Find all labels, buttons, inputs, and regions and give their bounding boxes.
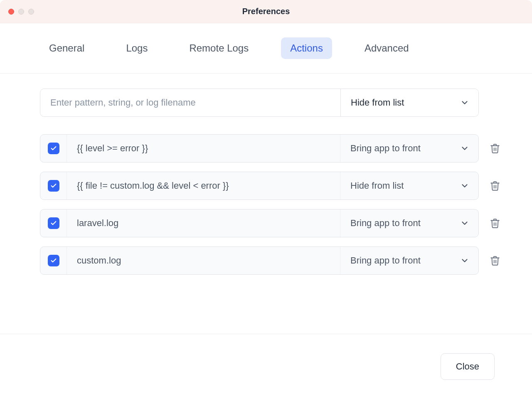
new-rule-row: Hide from list xyxy=(40,89,479,117)
rule-enabled-checkbox[interactable] xyxy=(48,180,59,192)
tab-logs[interactable]: Logs xyxy=(117,37,157,59)
rule-pattern[interactable]: custom.log xyxy=(67,247,340,274)
chevron-down-icon xyxy=(460,181,469,190)
delete-rule-button[interactable] xyxy=(490,218,500,229)
rule-pattern[interactable]: {{ level >= error }} xyxy=(67,135,340,162)
window-title: Preferences xyxy=(0,7,532,16)
rule-action-select[interactable]: Bring app to front xyxy=(340,135,478,162)
trash-icon xyxy=(490,143,500,154)
rule-line: {{ level >= error }}Bring app to front xyxy=(40,134,500,163)
rule-row: laravel.logBring app to front xyxy=(40,209,479,237)
delete-rule-button[interactable] xyxy=(490,255,500,266)
rule-line: laravel.logBring app to front xyxy=(40,209,500,237)
delete-rule-button[interactable] xyxy=(490,143,500,154)
rule-enabled-cell xyxy=(40,247,67,274)
rule-action-label: Bring app to front xyxy=(350,218,421,229)
rule-action-select[interactable]: Bring app to front xyxy=(340,247,478,274)
rule-enabled-cell xyxy=(40,135,67,162)
window-close-button[interactable] xyxy=(8,9,14,15)
check-icon xyxy=(50,257,57,264)
trash-icon xyxy=(490,218,500,229)
chevron-down-icon xyxy=(460,144,469,153)
preferences-window: Preferences GeneralLogsRemote LogsAction… xyxy=(0,0,532,399)
actions-panel: Hide from list {{ level >= error }}Bring… xyxy=(0,74,532,334)
trash-icon xyxy=(490,255,500,266)
tab-remote-logs[interactable]: Remote Logs xyxy=(180,37,258,59)
tabs-bar: GeneralLogsRemote LogsActionsAdvanced xyxy=(0,23,532,74)
rule-enabled-cell xyxy=(40,209,67,237)
rule-enabled-checkbox[interactable] xyxy=(48,255,59,266)
close-button[interactable]: Close xyxy=(441,353,495,380)
chevron-down-icon xyxy=(460,219,469,228)
rule-enabled-cell xyxy=(40,172,67,200)
titlebar: Preferences xyxy=(0,0,532,23)
rule-enabled-checkbox[interactable] xyxy=(48,217,59,229)
footer: Close xyxy=(0,334,532,399)
delete-rule-button[interactable] xyxy=(490,180,500,191)
rule-enabled-checkbox[interactable] xyxy=(48,143,59,154)
traffic-lights xyxy=(8,9,34,15)
new-rule-action-select[interactable]: Hide from list xyxy=(340,89,478,116)
check-icon xyxy=(50,145,57,152)
rule-action-label: Bring app to front xyxy=(350,143,421,154)
rule-action-select[interactable]: Hide from list xyxy=(340,172,478,200)
rule-action-select[interactable]: Bring app to front xyxy=(340,209,478,237)
rule-pattern[interactable]: laravel.log xyxy=(67,209,340,237)
rule-action-label: Hide from list xyxy=(350,180,404,191)
check-icon xyxy=(50,220,57,227)
rule-row: custom.logBring app to front xyxy=(40,246,479,275)
pattern-input[interactable] xyxy=(40,89,340,116)
chevron-down-icon xyxy=(460,256,469,265)
tab-advanced[interactable]: Advanced xyxy=(355,37,418,59)
check-icon xyxy=(50,182,57,189)
tab-general[interactable]: General xyxy=(40,37,94,59)
rule-pattern[interactable]: {{ file != custom.log && level < error }… xyxy=(67,172,340,200)
rule-line: custom.logBring app to front xyxy=(40,246,500,275)
rule-row: {{ level >= error }}Bring app to front xyxy=(40,134,479,163)
window-minimize-button[interactable] xyxy=(18,9,24,15)
rule-action-label: Bring app to front xyxy=(350,255,421,266)
rule-line: {{ file != custom.log && level < error }… xyxy=(40,172,500,200)
chevron-down-icon xyxy=(460,98,469,107)
tab-actions[interactable]: Actions xyxy=(281,37,332,59)
window-zoom-button[interactable] xyxy=(28,9,34,15)
rule-row: {{ file != custom.log && level < error }… xyxy=(40,172,479,200)
trash-icon xyxy=(490,180,500,191)
new-rule-action-label: Hide from list xyxy=(351,97,404,108)
